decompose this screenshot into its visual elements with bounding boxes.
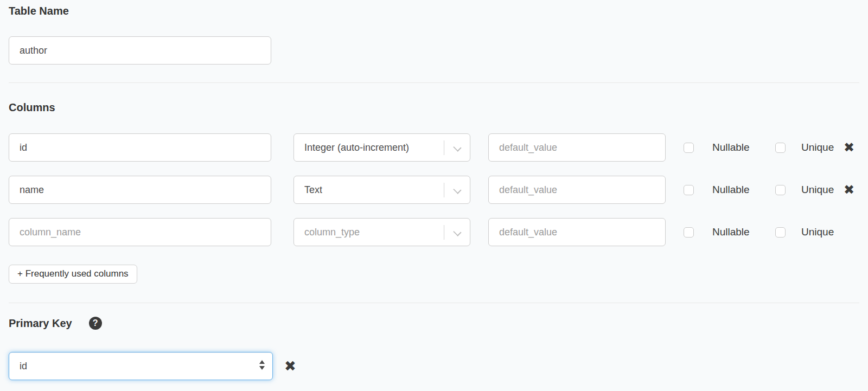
help-icon[interactable]: ? xyxy=(89,317,102,330)
nullable-label: Nullable xyxy=(712,184,756,196)
select-separator xyxy=(444,225,444,240)
columns-heading: Columns xyxy=(9,101,859,114)
unique-checkbox[interactable] xyxy=(775,185,786,195)
select-separator xyxy=(444,183,444,197)
remove-primary-key-icon[interactable]: ✖ xyxy=(284,359,296,373)
column-type-placeholder: column_type xyxy=(304,227,360,238)
column-type-select[interactable]: Integer (auto-increment) xyxy=(293,133,470,162)
column-name-input[interactable] xyxy=(9,133,271,162)
frequently-used-columns-button[interactable]: + Frequently used columns xyxy=(9,265,137,284)
column-type-value: Text xyxy=(304,184,322,196)
unique-label: Unique xyxy=(801,184,837,196)
column-type-select[interactable]: column_type xyxy=(293,218,470,246)
primary-key-row: id ✖ xyxy=(9,352,859,380)
primary-key-selected-value: id xyxy=(20,361,27,372)
table-modify-form: Table Name Columns Integer (auto-increme… xyxy=(0,0,868,380)
section-divider xyxy=(9,82,859,83)
nullable-label: Nullable xyxy=(712,142,756,153)
table-name-input[interactable] xyxy=(9,36,271,65)
column-name-input[interactable] xyxy=(9,218,271,246)
chevron-down-icon xyxy=(453,228,461,236)
nullable-checkbox[interactable] xyxy=(684,185,694,195)
chevron-down-icon xyxy=(453,185,461,194)
column-default-input[interactable] xyxy=(488,176,666,204)
section-divider xyxy=(9,303,859,303)
unique-label: Unique xyxy=(801,142,837,153)
nullable-checkbox[interactable] xyxy=(684,227,694,238)
remove-column-icon[interactable]: ✖ xyxy=(844,141,854,154)
chevron-down-icon xyxy=(453,143,461,151)
select-separator xyxy=(444,140,444,155)
column-type-select[interactable]: Text xyxy=(293,176,470,204)
table-name-heading: Table Name xyxy=(9,0,859,17)
column-name-input[interactable] xyxy=(9,176,271,204)
column-default-input[interactable] xyxy=(488,218,666,246)
primary-key-heading: Primary Key xyxy=(9,317,72,330)
remove-column-icon[interactable]: ✖ xyxy=(844,183,854,196)
unique-checkbox[interactable] xyxy=(775,143,786,153)
primary-key-heading-row: Primary Key ? xyxy=(9,317,859,330)
unique-label: Unique xyxy=(801,226,837,238)
unique-checkbox[interactable] xyxy=(775,227,786,238)
column-type-value: Integer (auto-increment) xyxy=(304,142,409,153)
primary-key-select[interactable]: id xyxy=(9,352,273,380)
nullable-checkbox[interactable] xyxy=(684,143,694,153)
select-arrows-icon xyxy=(259,360,265,370)
column-row: Text Nullable Unique ✖ xyxy=(9,176,859,204)
nullable-label: Nullable xyxy=(712,226,756,238)
column-row: Integer (auto-increment) Nullable Unique… xyxy=(9,133,859,162)
column-default-input[interactable] xyxy=(488,133,666,162)
column-row-empty: column_type Nullable Unique xyxy=(9,218,859,246)
